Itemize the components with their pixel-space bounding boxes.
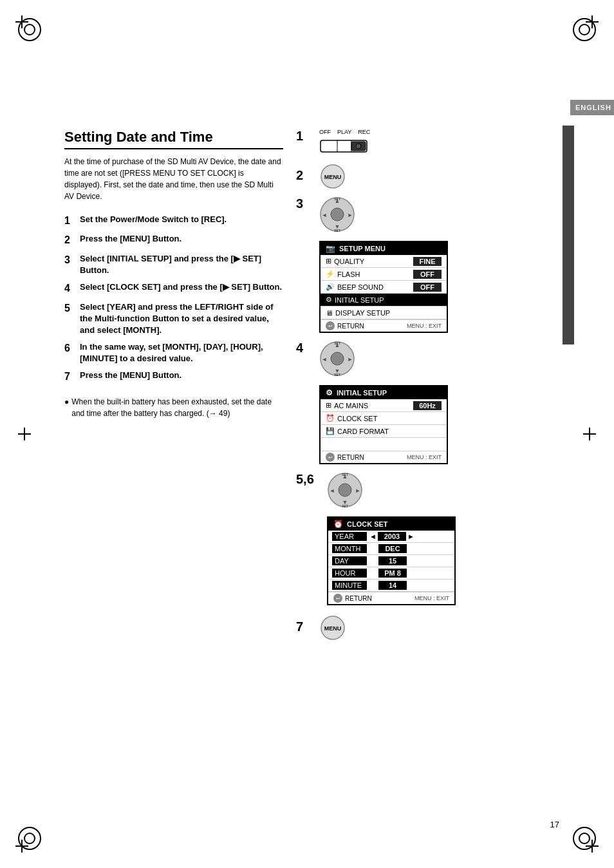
clock-row-hour: HOUR PM 8: [328, 567, 454, 580]
reg-cross-bl: [15, 840, 28, 853]
clock-set-label: CLOCK SET: [337, 415, 377, 422]
page-number: 17: [550, 820, 559, 829]
svg-text:►: ►: [355, 487, 361, 494]
svg-text:MENU: MENU: [324, 174, 342, 180]
intro-text: At the time of purchase of the SD Multi …: [64, 156, 283, 202]
menu-row-card-format: 💾CARD FORMAT: [321, 425, 447, 438]
svg-point-16: [331, 352, 344, 365]
note-section: ● When the built-in battery has been exh…: [64, 396, 283, 419]
setup-menu-footer: ↩ RETURN MENU : EXIT: [321, 319, 447, 332]
step-text-2: Press the [MENU] Button.: [80, 233, 181, 247]
menu-button-svg-7: MENU: [319, 614, 346, 641]
menu-row-clock-set: ⏰CLOCK SET: [321, 412, 447, 425]
return-icon-2: ↩: [326, 453, 335, 462]
svg-text:SET: SET: [342, 473, 348, 476]
mfb-svg-56: ▲ ▼ ◄ ► SET SET: [327, 472, 363, 508]
svg-text:SET: SET: [334, 341, 340, 345]
note-bullet-icon: ●: [64, 396, 69, 419]
exit-label-2: MENU : EXIT: [407, 454, 442, 460]
step-text-6: In the same way, set [MONTH], [DAY], [HO…: [80, 341, 283, 364]
language-label: ENGLISH: [575, 104, 611, 111]
reg-mark-mid-right: [583, 428, 596, 440]
note-text: When the built-in battery has been exhau…: [71, 396, 283, 419]
step-num-5: 5: [64, 301, 75, 337]
clock-set-header: ⏰ CLOCK SET: [328, 518, 454, 531]
initial-setup-header: ⚙ INITIAL SETUP: [321, 386, 447, 399]
return-label: RETURN: [337, 323, 364, 330]
step-list: 1 Set the Power/Mode Switch to [REC]. 2 …: [64, 214, 283, 384]
setup-menu-header-label: SETUP MENU: [339, 245, 386, 252]
step-indicator-56: 5,6: [296, 472, 319, 487]
svg-point-8: [331, 208, 344, 221]
return-label-2: RETURN: [337, 454, 364, 461]
reg-cross-tr: [586, 15, 599, 28]
svg-text:SET: SET: [334, 197, 340, 201]
clock-row-year: YEAR ◄ 2003 ►: [328, 531, 454, 543]
step-num-6: 6: [64, 341, 75, 364]
menu-row-display-setup: 🖥DISPLAY SETUP: [321, 307, 447, 319]
setup-menu-panel: 📷 SETUP MENU ⊞QUALITY FINE ⚡FLASH OFF: [319, 241, 448, 333]
device-switch-illustration: OFF PLAY REC: [319, 129, 371, 156]
step-num-7: 7: [64, 370, 75, 384]
card-format-label: CARD FORMAT: [337, 428, 389, 435]
menu-row-ac-mains: ⊞AC MAINS 60Hz: [321, 399, 447, 412]
clock-row-minute: MINUTE 14: [328, 580, 454, 592]
step-indicator-3: 3: [296, 196, 312, 211]
step-text-1: Set the Power/Mode Switch to [REC].: [80, 214, 227, 228]
menu-row-beep: 🔊BEEP SOUND OFF: [321, 281, 447, 294]
step-block-7: 7 MENU: [296, 614, 569, 641]
svg-point-2: [356, 144, 361, 149]
list-item: 6 In the same way, set [MONTH], [DAY], […: [64, 341, 283, 364]
list-item: 1 Set the Power/Mode Switch to [REC].: [64, 214, 283, 228]
switch-play-label: PLAY: [337, 129, 351, 135]
step-num-3: 3: [64, 253, 75, 276]
return-icon: ↩: [326, 321, 335, 330]
list-item: 2 Press the [MENU] Button.: [64, 233, 283, 247]
clock-set-footer: ↩ RETURN MENU : EXIT: [328, 592, 454, 604]
step-text-7: Press the [MENU] Button.: [80, 370, 181, 384]
mfb-svg-4: ▲ ▼ ◄ ► SET SET: [319, 341, 355, 377]
switch-rec-label: REC: [358, 129, 370, 135]
svg-text:◄: ◄: [322, 212, 328, 218]
step-num-4: 4: [64, 281, 75, 296]
switch-off-label: OFF: [319, 129, 331, 135]
svg-text:►: ►: [348, 356, 353, 363]
step-indicator-2: 2: [296, 168, 312, 183]
step-text-3: Select [INITIAL SETUP] and press the [▶ …: [80, 253, 283, 276]
initial-setup-footer: ↩ RETURN MENU : EXIT: [321, 451, 447, 463]
list-item: 3 Select [INITIAL SETUP] and press the […: [64, 253, 283, 276]
svg-text:◄: ◄: [322, 356, 328, 363]
black-sidebar: [563, 126, 574, 344]
exit-label: MENU : EXIT: [407, 323, 442, 329]
menu-row-flash: ⚡FLASH OFF: [321, 268, 447, 281]
step-block-2: 2 MENU: [296, 163, 569, 190]
clock-row-day: DAY 15: [328, 555, 454, 567]
svg-text:◄: ◄: [330, 487, 335, 494]
step-block-4: 4 ▲ ▼ ◄ ► SET SET ⚙ INITIAL SET: [296, 341, 569, 467]
clock-set-panel: ⏰ CLOCK SET YEAR ◄ 2003 ► MONTH DEC: [327, 516, 456, 605]
reg-cross-br: [586, 840, 599, 853]
step-num-2: 2: [64, 233, 75, 247]
svg-text:SET: SET: [342, 504, 348, 508]
clock-row-month: MONTH DEC: [328, 543, 454, 555]
menu-button-svg: MENU: [319, 163, 346, 190]
step-indicator-7: 7: [296, 619, 312, 634]
right-column: 1 OFF PLAY REC: [296, 129, 569, 816]
clock-set-header-label: CLOCK SET: [347, 520, 388, 528]
svg-point-24: [339, 484, 351, 496]
list-item: 7 Press the [MENU] Button.: [64, 370, 283, 384]
svg-text:►: ►: [348, 212, 353, 218]
return-label-3: RETURN: [345, 595, 372, 602]
step-block-1: 1 OFF PLAY REC: [296, 129, 569, 156]
section-title: Setting Date and Time: [64, 129, 283, 149]
step-num-1: 1: [64, 214, 75, 228]
language-tab: ENGLISH: [570, 100, 614, 115]
svg-text:SET: SET: [334, 229, 340, 232]
switch-svg: [319, 137, 371, 155]
list-item: 4 Select [CLOCK SET] and press the [▶ SE…: [64, 281, 283, 296]
step-indicator-1: 1: [296, 129, 312, 144]
step-block-3: 3 ▲ ▼ ◄ ► SET SET 📷: [296, 196, 569, 335]
svg-text:SET: SET: [334, 373, 340, 377]
menu-row-initial-setup: ⚙INITIAL SETUP: [321, 294, 447, 307]
return-icon-3: ↩: [333, 594, 342, 603]
